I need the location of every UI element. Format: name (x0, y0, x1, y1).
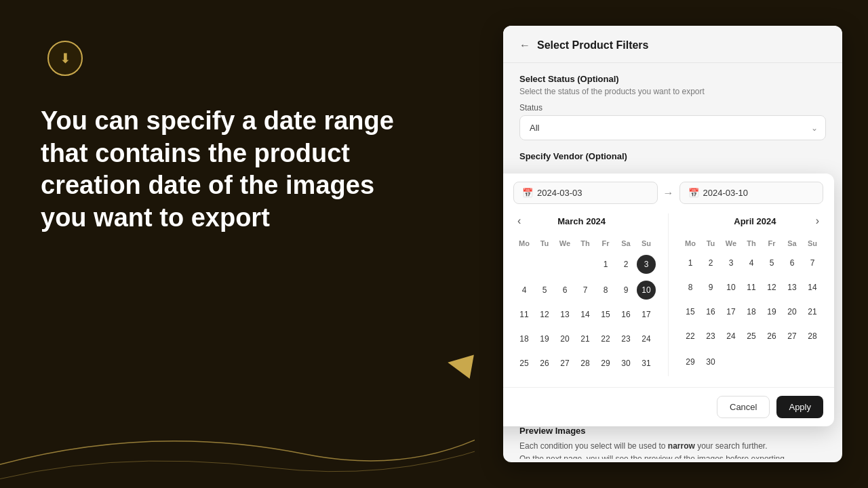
table-row: 20 (555, 327, 574, 350)
vendor-section-title: Specify Vendor (Optional) (519, 151, 826, 161)
calendar-icon-end: 📅 (688, 188, 699, 198)
table-row: 12 (535, 303, 554, 326)
table-row: 18 (742, 300, 761, 323)
table-row: 31 (637, 352, 656, 375)
table-row: 24 (722, 325, 741, 348)
col-sa: Sa (783, 237, 802, 250)
apply-button[interactable]: Apply (776, 396, 823, 418)
col-su: Su (637, 237, 656, 250)
table-row: 1 (596, 251, 615, 277)
table-row: 2 (616, 251, 635, 277)
preview-desc-line2: On the next page, you will see the previ… (519, 454, 787, 459)
panel-body: Select Status (Optional) Select the stat… (503, 63, 842, 459)
table-row: 21 (803, 300, 822, 323)
vendor-section: Specify Vendor (Optional) (519, 151, 826, 161)
table-row (762, 349, 781, 375)
table-row: 22 23 24 25 26 27 28 (681, 325, 822, 348)
main-panel: ← Select Product Filters Select Status (… (503, 26, 842, 462)
table-row: 16 (616, 303, 635, 326)
table-row: 28 (803, 325, 822, 348)
table-row: 12 (762, 276, 781, 299)
table-row: 27 (555, 352, 574, 375)
col-we: We (555, 237, 574, 250)
start-date-input[interactable]: 📅 2024-03-03 (513, 182, 658, 204)
table-row: 9 (616, 279, 635, 302)
col-su: Su (803, 237, 822, 250)
table-row: 23 (616, 327, 635, 350)
table-row: 25 (515, 352, 534, 375)
march-label: March 2024 (557, 216, 606, 226)
table-row: 27 (783, 325, 802, 348)
start-date-value: 2024-03-03 (537, 188, 583, 198)
table-row: 30 (701, 349, 720, 375)
arrow-pointer-decoration (446, 350, 474, 379)
table-row (803, 349, 822, 375)
table-row: 8 (681, 276, 700, 299)
table-row: 19 (762, 300, 781, 323)
table-row: 26 (762, 325, 781, 348)
col-tu: Tu (701, 237, 720, 250)
col-we: We (722, 237, 741, 250)
preview-section-title: Preview Images (519, 426, 826, 436)
table-row: 22 (596, 327, 615, 350)
table-row: 28 (576, 352, 595, 375)
table-row (722, 349, 741, 375)
app-logo: ⬇ (47, 41, 83, 76)
table-row (742, 349, 761, 375)
date-inputs-row: 📅 2024-03-03 → 📅 2024-03-10 (513, 182, 823, 204)
table-row: 29 30 (681, 349, 822, 375)
table-row: 6 (783, 251, 802, 274)
calendar-march: ‹ March 2024 Mo Tu We (513, 214, 657, 376)
table-row: 5 (535, 279, 554, 302)
calendar-icon-start: 📅 (522, 188, 533, 198)
table-row: 24 (637, 327, 656, 350)
table-row: 16 (701, 300, 720, 323)
table-row: 10 (637, 279, 656, 302)
april-label: April 2024 (734, 216, 776, 226)
back-button[interactable]: ← (519, 39, 530, 52)
table-row: 1 (681, 251, 700, 274)
table-row: 9 (701, 276, 720, 299)
col-th: Th (576, 237, 595, 250)
table-row: 25 26 27 28 29 30 31 (515, 352, 656, 375)
end-date-input[interactable]: 📅 2024-03-10 (679, 182, 824, 204)
table-row: 11 (515, 303, 534, 326)
table-row: 1 2 3 4 5 6 7 (681, 251, 822, 274)
table-row: 14 (803, 276, 822, 299)
table-row: 4 (742, 251, 761, 274)
date-popup-top: ✓ Last 7 days Last 30 days Custom (503, 174, 834, 387)
table-row: 3 (722, 251, 741, 274)
table-row: 7 (576, 279, 595, 302)
hero-text: You can specify a date range that contai… (41, 105, 400, 234)
status-section-subtitle: Select the status of the products you wa… (519, 87, 826, 96)
table-row: 30 (616, 352, 635, 375)
date-picker-popup: ✓ Last 7 days Last 30 days Custom (503, 174, 834, 426)
next-month-button[interactable]: › (812, 214, 823, 228)
cancel-button[interactable]: Cancel (717, 396, 770, 418)
calendar-divider (668, 214, 669, 376)
table-row: 26 (535, 352, 554, 375)
status-section: Select Status (Optional) Select the stat… (519, 74, 826, 140)
col-mo: Mo (515, 237, 534, 250)
preview-desc-bold: narrow (668, 441, 695, 451)
panel-title: Select Product Filters (537, 39, 649, 52)
table-row: 11 12 13 14 15 16 17 (515, 303, 656, 326)
end-date-value: 2024-03-10 (703, 188, 749, 198)
march-header: ‹ March 2024 (513, 214, 657, 228)
prev-month-button[interactable]: ‹ (513, 214, 525, 228)
col-mo: Mo (681, 237, 700, 250)
status-label: Status (519, 103, 826, 113)
table-row (576, 251, 595, 277)
table-row: 13 (783, 276, 802, 299)
status-select[interactable]: All Active Draft Archived (519, 115, 826, 140)
table-row: 7 (803, 251, 822, 274)
calendars-row: ‹ March 2024 Mo Tu We (513, 214, 823, 376)
status-select-wrapper: All Active Draft Archived ⌄ (519, 115, 826, 140)
table-row: 18 (515, 327, 534, 350)
table-row: 14 (576, 303, 595, 326)
table-row: 2 (701, 251, 720, 274)
table-row: 19 (535, 327, 554, 350)
table-row: 6 (555, 279, 574, 302)
col-th: Th (742, 237, 761, 250)
status-section-title: Select Status (Optional) (519, 74, 826, 84)
